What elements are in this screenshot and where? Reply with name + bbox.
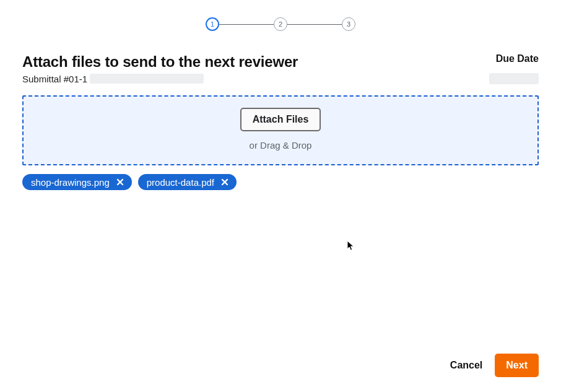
file-dropzone[interactable]: Attach Files or Drag & Drop xyxy=(22,95,539,165)
due-date-skeleton xyxy=(489,73,539,84)
submittal-prefix: Submittal #01-1 xyxy=(22,74,87,84)
remove-attachment-button[interactable] xyxy=(219,176,230,188)
step-3-label: 3 xyxy=(347,20,350,28)
step-2-label: 2 xyxy=(279,20,282,28)
step-1-label: 1 xyxy=(211,20,214,28)
cancel-button[interactable]: Cancel xyxy=(450,360,482,371)
remove-attachment-button[interactable] xyxy=(115,176,126,188)
page-title: Attach files to send to the next reviewe… xyxy=(22,53,298,71)
wizard-stepper: 1 2 3 xyxy=(22,17,539,31)
step-1[interactable]: 1 xyxy=(206,17,219,31)
due-date-label: Due Date xyxy=(496,53,539,64)
attachment-name: shop-drawings.png xyxy=(31,177,110,188)
close-icon xyxy=(220,178,229,186)
attach-files-button[interactable]: Attach Files xyxy=(240,108,321,131)
submittal-id-line: Submittal #01-1 xyxy=(22,74,204,84)
close-icon xyxy=(116,178,124,186)
attachment-chip: shop-drawings.png xyxy=(22,174,132,190)
drag-drop-hint: or Drag & Drop xyxy=(24,140,537,150)
attachment-name: product-data.pdf xyxy=(147,177,214,188)
wizard-footer: Cancel Next xyxy=(450,354,539,377)
submittal-title-skeleton xyxy=(90,74,204,84)
step-3[interactable]: 3 xyxy=(342,17,355,31)
next-button[interactable]: Next xyxy=(495,354,539,377)
step-connector xyxy=(219,24,274,25)
attachment-chip: product-data.pdf xyxy=(138,174,237,190)
step-2[interactable]: 2 xyxy=(274,17,287,31)
step-connector xyxy=(287,24,342,25)
cursor-icon xyxy=(347,240,355,251)
attachment-chip-list: shop-drawings.png product-data.pdf xyxy=(22,174,539,190)
